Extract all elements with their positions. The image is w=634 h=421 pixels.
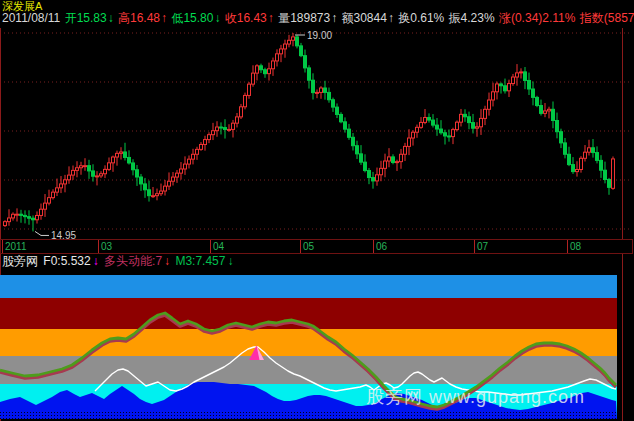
candle: [208, 135, 211, 140]
candle: [20, 214, 23, 215]
axis-tick: [210, 240, 211, 253]
candle: [12, 214, 15, 218]
indicator-segment: 股旁网: [2, 254, 41, 268]
time-axis: 2011030405060708: [0, 239, 633, 254]
axis-tick: [300, 240, 301, 253]
candle: [168, 181, 171, 186]
candle: [512, 77, 515, 84]
candle: [540, 106, 543, 114]
candle: [452, 130, 455, 137]
candle: [580, 158, 583, 169]
candle: [148, 190, 151, 196]
candle: [508, 84, 511, 91]
axis-month-label: 06: [376, 241, 387, 253]
candle: [296, 37, 299, 46]
candle: [100, 174, 103, 176]
candle: [468, 117, 471, 123]
candle: [424, 118, 427, 123]
candle: [160, 191, 163, 194]
candle: [184, 164, 187, 169]
candle: [92, 171, 95, 176]
watermark-text: 股旁网 www.gupang.com: [366, 385, 585, 409]
candle: [564, 143, 567, 154]
candle: [28, 217, 31, 219]
candle: [252, 73, 255, 84]
candlestick-and-indicator-canvas[interactable]: 19.0014.95: [0, 0, 634, 421]
candle: [312, 80, 315, 92]
candle: [368, 171, 371, 178]
candle: [96, 176, 99, 177]
candle: [428, 118, 431, 121]
candle: [24, 215, 27, 216]
indicator-segment: M3:7.457: [175, 254, 225, 268]
axis-month-label: 2011: [5, 241, 27, 253]
indicator-segment: F0:5.532: [43, 254, 90, 268]
candle: [36, 215, 39, 219]
candle: [68, 175, 71, 180]
candle: [276, 54, 279, 61]
candle: [548, 109, 551, 111]
candle: [384, 161, 387, 168]
candle: [80, 166, 83, 168]
candle: [324, 88, 327, 92]
candle: [84, 166, 87, 167]
candle: [304, 56, 307, 68]
candle: [228, 129, 231, 130]
candle: [288, 40, 291, 44]
candle: [336, 107, 339, 114]
candle: [260, 66, 263, 70]
candle: [416, 127, 419, 132]
candle: [152, 196, 155, 197]
candle: [192, 154, 195, 159]
candle: [140, 177, 143, 184]
candle: [200, 144, 203, 149]
candle: [356, 146, 359, 154]
candle: [348, 129, 351, 137]
candle: [556, 121, 559, 132]
candle: [224, 128, 227, 130]
candle: [444, 133, 447, 136]
candle: [392, 157, 395, 163]
candle: [380, 168, 383, 174]
candle: [40, 209, 43, 215]
candle: [60, 184, 63, 188]
candle: [448, 136, 451, 137]
candle: [44, 203, 47, 209]
candle: [300, 46, 303, 56]
indicator-segment: ↓: [164, 254, 173, 268]
candle: [436, 125, 439, 129]
high-price-label: 19.00: [307, 30, 332, 41]
candle: [180, 169, 183, 173]
candle: [404, 146, 407, 154]
candle: [592, 148, 595, 153]
candle: [456, 122, 459, 129]
candle: [552, 109, 555, 120]
candle: [232, 123, 235, 129]
candle: [128, 157, 131, 162]
candle: [372, 178, 375, 181]
candle: [600, 160, 603, 170]
candle: [364, 162, 367, 170]
candle: [352, 137, 355, 145]
candle: [396, 162, 399, 163]
axis-tick: [98, 240, 99, 253]
candle: [612, 159, 615, 188]
candle: [484, 109, 487, 118]
candle: [108, 163, 111, 170]
candle: [608, 180, 611, 188]
candle: [196, 149, 199, 154]
indicator-label-bar[interactable]: 股旁网 F0:5.532↓ 多头动能:7↓ M3:7.457↓: [2, 253, 235, 270]
candle: [360, 154, 363, 162]
candle: [144, 184, 147, 190]
candle: [604, 170, 607, 179]
candle: [8, 218, 11, 222]
indicator-segment: ↓: [227, 254, 233, 268]
candle: [280, 49, 283, 54]
candle: [572, 165, 575, 172]
candle: [344, 122, 347, 129]
candle: [500, 84, 503, 86]
candle: [460, 114, 463, 122]
indicator-segment: ↓: [93, 254, 102, 268]
candle: [272, 61, 275, 69]
candle: [412, 132, 415, 138]
